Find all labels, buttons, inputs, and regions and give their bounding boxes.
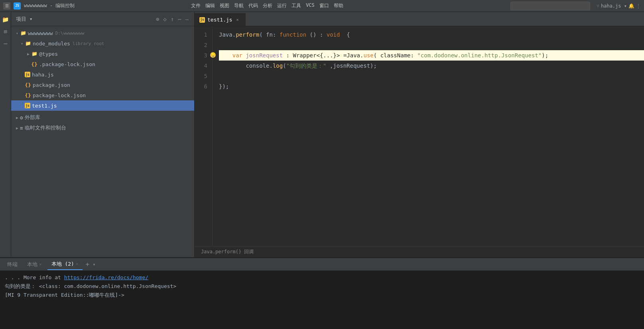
menu-vcs[interactable]: VCS	[306, 2, 315, 9]
tab-local[interactable]: 本地 ×	[23, 259, 46, 270]
expand-arrow-node-modules: ▾	[19, 41, 25, 46]
menu-code[interactable]: 代码	[248, 2, 258, 9]
settings-icon[interactable]: ⋯	[177, 15, 182, 23]
code-keyword-var: var	[232, 50, 242, 61]
code-token: use	[363, 50, 373, 61]
menu-navigate[interactable]: 导航	[234, 2, 244, 9]
terminal-text-3: [MI 9 Transparent Edition::嘟嘟牛在线]->	[5, 292, 124, 298]
more-icon[interactable]: ⋮	[636, 3, 641, 9]
menu-analyze[interactable]: 分析	[263, 2, 272, 9]
tree-item-package-json[interactable]: ▶ {} package.json	[11, 80, 194, 90]
code-token: {	[340, 29, 350, 40]
tree-item-label: .package-lock.json	[39, 61, 95, 67]
sidebar-more-icon[interactable]: ⋯	[1, 39, 10, 48]
file-tree: ▾ 📁 wwwwwwww D:\wwwwwwww ▾ 📁 node_module…	[11, 26, 194, 257]
bottom-tab-bar: 终端 本地 × 本地 (2) × + ▾	[0, 258, 644, 271]
code-keyword-void: void	[327, 29, 340, 40]
menu-window[interactable]: 窗口	[319, 2, 329, 9]
app-logo: JS	[14, 2, 21, 10]
tab-chevron-icon[interactable]: ▾	[93, 262, 95, 267]
menu-tools[interactable]: 工具	[291, 2, 301, 9]
code-content: 1 2 3 4 5 6 Java.perform( fn: function (…	[195, 26, 644, 246]
js-file-icon: js	[25, 72, 30, 77]
code-line-6: });	[219, 81, 644, 92]
breadcrumb-text: Java.perform() 回调	[201, 249, 254, 255]
search-input[interactable]	[510, 2, 590, 10]
menu-edit[interactable]: 编辑	[205, 2, 215, 9]
folder-icon: 📁	[31, 51, 37, 57]
code-token: ,josnRequest);	[326, 61, 376, 71]
tab-local-close[interactable]: ×	[39, 262, 42, 267]
editor-area: js test1.js × 1 2 3 4 5 6 Java.p	[195, 12, 644, 257]
tree-item-test1-js[interactable]: ▶ js test1.js	[11, 100, 194, 111]
tree-item-haha-js[interactable]: ▶ js haha.js	[11, 69, 194, 80]
bottom-panel: 终端 本地 × 本地 (2) × + ▾ . . . More info at …	[0, 257, 644, 329]
tab-local2[interactable]: 本地 (2) ×	[47, 259, 83, 270]
tree-item-external-libs[interactable]: ▶ ⚙ 外部库	[11, 112, 194, 123]
tab-test1-js[interactable]: js test1.js ×	[195, 13, 246, 26]
temp-files-icon: ≡	[20, 125, 23, 131]
tree-item-path: D:\wwwwwwww	[55, 31, 85, 36]
code-token: Java	[347, 50, 360, 61]
tree-item-temp-files[interactable]: ▶ ≡ 临时文件和控制台	[11, 123, 194, 133]
terminal-text-2: 勾到的类是： <class: com.dodonew.online.http.J…	[5, 283, 176, 289]
terminal-text-1: . . . More info at	[5, 274, 64, 280]
code-token: perform	[236, 29, 259, 40]
titlebar: ☰ JS wwwwwwww - 编辑控制 文件 编辑 视图 导航 代码 分析 运…	[0, 0, 644, 12]
add-tab-button[interactable]: +	[84, 260, 91, 268]
code-line-2	[219, 40, 644, 50]
terminal-content: . . . More info at https://frida.re/docs…	[0, 271, 644, 329]
tree-item-types[interactable]: ▶ 📁 @types	[11, 49, 194, 59]
terminal-line-1: . . . More info at https://frida.re/docs…	[5, 273, 639, 282]
code-token	[219, 61, 246, 71]
git-branch-icon[interactable]: ⑂	[597, 3, 599, 9]
folder-icon: 📁	[20, 30, 26, 36]
code-token: .	[269, 61, 272, 71]
code-string: "com.dodonew.online.http.JsonRequest"	[417, 50, 542, 61]
tree-item-node-modules[interactable]: ▾ 📁 node_modules library root	[11, 38, 194, 49]
line-numbers: 1 2 3 4 5 6	[195, 26, 213, 246]
code-line-4: console.log("勾到的类是：" ,josnRequest);	[219, 61, 644, 71]
code-line-1: Java.perform( fn: function () : void {	[219, 29, 644, 40]
code-token: ( className:	[374, 50, 418, 61]
tab-js-icon: js	[199, 17, 205, 23]
code-token: log	[273, 61, 283, 71]
code-editor[interactable]: 1 2 3 4 5 6 Java.perform( fn: function (…	[195, 26, 644, 246]
tab-label: test1.js	[207, 17, 232, 23]
minimize-icon[interactable]: —	[185, 15, 189, 23]
panel-header-icons: ⊕ ◇ ↑ ⋯ —	[155, 15, 189, 23]
tree-item-package-lock-json[interactable]: ▶ {} package-lock.json	[11, 90, 194, 100]
sidebar-structure-icon[interactable]: ⊞	[1, 27, 10, 36]
file-panel-header: 项目 ▾ ⊕ ◇ ↑ ⋯ —	[11, 12, 194, 26]
collapse-icon[interactable]: ◇	[162, 15, 167, 23]
notifications-icon[interactable]: 🔔	[628, 3, 634, 9]
tab-terminal[interactable]: 终端	[3, 259, 22, 270]
tree-item-package-lock-inner[interactable]: ▶ {} .package-lock.json	[11, 59, 194, 69]
tree-item-label: test1.js	[32, 103, 57, 109]
code-token: .	[232, 29, 236, 40]
tab-local2-close[interactable]: ×	[76, 261, 79, 266]
menu-file[interactable]: 文件	[191, 2, 201, 9]
tree-item-label: 临时文件和控制台	[25, 124, 66, 131]
breadcrumb: Java.perform() 回调	[195, 246, 644, 257]
expand-arrow-icon: ▾	[14, 30, 20, 36]
code-keyword-function: function	[280, 29, 306, 40]
terminal-link-frida[interactable]: https://frida.re/docs/home/	[64, 274, 148, 280]
sidebar-files-icon[interactable]: 📁	[1, 15, 10, 24]
tree-item-wwwwwwww[interactable]: ▾ 📁 wwwwwwww D:\wwwwwwww	[11, 28, 194, 38]
terminal-line-3: [MI 9 Transparent Edition::嘟嘟牛在线]->	[5, 291, 639, 300]
tree-item-label: 外部库	[25, 114, 40, 121]
sync-icon[interactable]: ⊕	[155, 15, 160, 23]
code-token: Java	[219, 29, 232, 40]
expand-icon[interactable]: ↑	[170, 15, 175, 23]
panel-title-text[interactable]: 项目 ▾	[16, 16, 33, 22]
tab-close-button[interactable]: ×	[235, 17, 240, 23]
menu-run[interactable]: 运行	[277, 2, 287, 9]
code-line-3: 💡 var josnRequest : Wrapper<{...}> =Java…	[219, 50, 644, 61]
menu-view[interactable]: 视图	[220, 2, 229, 9]
user-icon[interactable]: haha.js ▾	[601, 3, 627, 9]
menu-help[interactable]: 帮助	[334, 2, 343, 9]
file-panel: 项目 ▾ ⊕ ◇ ↑ ⋯ — ▾ 📁 wwwwwwww D:\wwwwwwww …	[11, 12, 195, 257]
tab-local2-label: 本地 (2)	[51, 260, 74, 268]
hamburger-icon[interactable]: ☰	[3, 2, 10, 10]
